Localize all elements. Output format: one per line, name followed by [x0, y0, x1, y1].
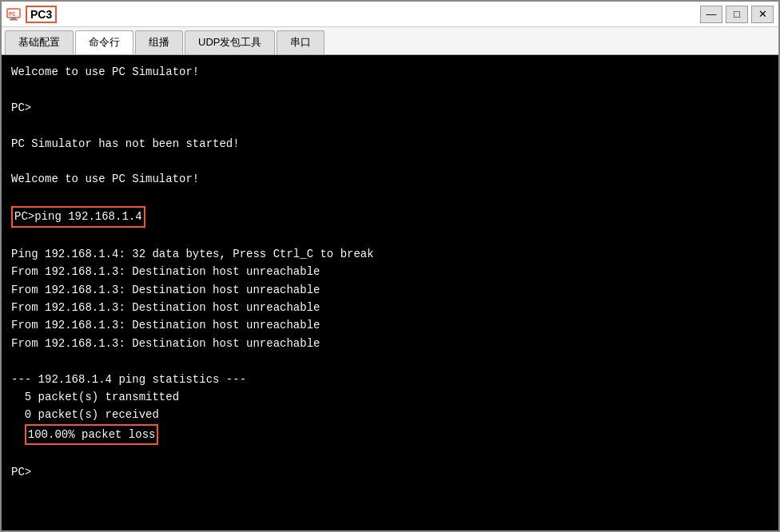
terminal-line-16 — [11, 352, 769, 370]
terminal-line-18: 5 packet(s) transmitted — [11, 388, 769, 406]
terminal-line-9 — [11, 228, 769, 245]
terminal-line-10: Ping 192.168.1.4: 32 data bytes, Press C… — [11, 245, 769, 263]
terminal-line-1: Welcome to use PC Simulator! — [11, 63, 769, 81]
tab-minglinghang[interactable]: 命令行 — [75, 30, 133, 54]
terminal-line-19: 0 packet(s) received — [11, 406, 769, 423]
terminal-line-12: From 192.168.1.3: Destination host unrea… — [11, 281, 769, 299]
terminal-line-ping-cmd: PC>ping 192.168.1.4 — [11, 206, 769, 227]
packet-loss-highlight: 100.00% packet loss — [25, 424, 159, 445]
terminal-line-11: From 192.168.1.3: Destination host unrea… — [11, 263, 769, 280]
terminal-line-20 — [11, 445, 769, 463]
tab-bar: 基础配置 命令行 组播 UDP发包工具 串口 — [2, 27, 778, 55]
minimize-button[interactable]: — — [700, 6, 722, 23]
tab-chuankou[interactable]: 串口 — [277, 30, 324, 54]
terminal-line-2 — [11, 81, 769, 98]
maximize-button[interactable]: □ — [726, 6, 748, 23]
terminal-line-14: From 192.168.1.3: Destination host unrea… — [11, 316, 769, 334]
terminal-line-15: From 192.168.1.3: Destination host unrea… — [11, 335, 769, 352]
terminal-line-packet-loss: 100.00% packet loss — [11, 424, 769, 445]
ping-command-highlight: PC>ping 192.168.1.4 — [11, 206, 145, 227]
terminal-output[interactable]: Welcome to use PC Simulator! PC> PC Simu… — [2, 55, 778, 530]
title-bar: PC PC3 — □ ✕ — [2, 2, 778, 27]
tab-zubo[interactable]: 组播 — [135, 30, 183, 54]
window-controls: — □ ✕ — [700, 6, 774, 23]
terminal-line-4 — [11, 117, 769, 134]
close-button[interactable]: ✕ — [751, 6, 774, 23]
pc-icon: PC — [6, 7, 21, 22]
main-window: PC PC3 — □ ✕ 基础配置 命令行 组播 UDP发包工具 串口 Welc… — [0, 0, 780, 532]
terminal-line-6 — [11, 153, 769, 170]
terminal-line-13: From 192.168.1.3: Destination host unrea… — [11, 299, 769, 316]
svg-rect-2 — [10, 19, 18, 21]
terminal-line-21: PC> — [11, 463, 769, 481]
terminal-line-17: --- 192.168.1.4 ping statistics --- — [11, 371, 769, 388]
terminal-line-5: PC Simulator has not been started! — [11, 135, 769, 153]
svg-rect-1 — [11, 18, 16, 19]
tab-jichupeizhi[interactable]: 基础配置 — [5, 30, 74, 54]
window-title: PC3 — [26, 6, 57, 23]
terminal-line-8 — [11, 189, 769, 206]
tab-udp[interactable]: UDP发包工具 — [185, 30, 275, 54]
title-left: PC PC3 — [6, 6, 57, 23]
terminal-line-7: Welcome to use PC Simulator! — [11, 170, 769, 188]
svg-text:PC: PC — [9, 11, 15, 18]
terminal-line-3: PC> — [11, 99, 769, 117]
